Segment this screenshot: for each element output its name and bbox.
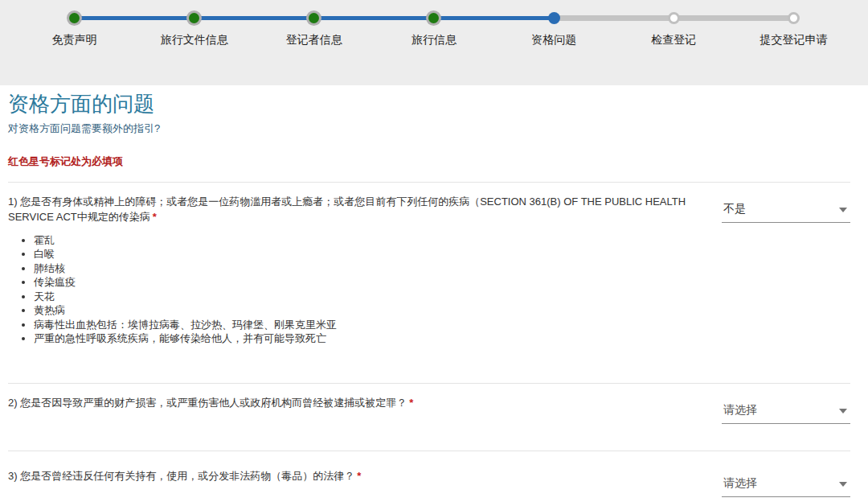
stepper-step-travel-document: 旅行文件信息 <box>134 11 254 47</box>
question-block-3: 3) 您是否曾经违反任何有关持有，使用，或分发非法药物（毒品）的法律？* 请选择 <box>8 451 850 497</box>
step-dot-complete-icon <box>309 13 319 23</box>
question-3-text: 3) 您是否曾经违反任何有关持有，使用，或分发非法药物（毒品）的法律？* <box>8 468 706 484</box>
question-1-select-value: 不是 <box>723 202 746 216</box>
stepper-step-eligibility: 资格问题 <box>494 11 614 47</box>
eligibility-form: 资格方面的问题 对资格方面问题需要额外的指引? 红色星号标记处为必填项 1) 您… <box>0 85 868 497</box>
list-item: 严重的急性呼吸系统疾病，能够传染给他人，并有可能导致死亡 <box>34 331 850 346</box>
chevron-down-icon <box>839 208 847 212</box>
eligibility-help-link[interactable]: 对资格方面问题需要额外的指引? <box>8 121 160 136</box>
step-label: 检查登记 <box>614 33 734 47</box>
list-item: 黄热病 <box>34 303 850 318</box>
progress-stepper: 免责声明 旅行文件信息 登记者信息 旅行信息 资格问题 检查登记 提交登记申请 <box>14 11 854 47</box>
stepper-step-travel-info: 旅行信息 <box>374 11 493 47</box>
chevron-down-icon <box>839 482 847 487</box>
step-dot-complete-icon <box>69 13 80 23</box>
list-item: 白喉 <box>34 247 850 261</box>
stepper-step-disclaimer: 免责声明 <box>14 11 134 47</box>
required-asterisk: * <box>153 211 157 223</box>
step-label: 旅行文件信息 <box>134 33 254 47</box>
question-block-1: 1) 您是否有身体或精神上的障碍；或者您是一位药物滥用者或上瘾者；或者您目前有下… <box>8 183 850 383</box>
step-dot-current-icon <box>548 12 560 24</box>
required-fields-note: 红色星号标记处为必填项 <box>8 154 850 169</box>
step-label: 提交登记申请 <box>734 33 854 47</box>
disease-list: 霍乱 白喉 肺结核 传染瘟疫 天花 黄热病 病毒性出血热包括：埃博拉病毒、拉沙热… <box>34 233 850 346</box>
list-item: 病毒性出血热包括：埃博拉病毒、拉沙热、玛律堡、刚果克里米亚 <box>34 318 850 332</box>
question-1-select[interactable]: 不是 <box>722 200 850 223</box>
chevron-down-icon <box>839 409 847 414</box>
list-item: 传染瘟疫 <box>34 275 850 290</box>
step-label: 旅行信息 <box>374 33 493 47</box>
question-2-select[interactable]: 请选择 <box>722 401 850 424</box>
step-dot-complete-icon <box>428 13 439 23</box>
question-1-text: 1) 您是否有身体或精神上的障碍；或者您是一位药物滥用者或上瘾者；或者您目前有下… <box>8 194 706 225</box>
list-item: 霍乱 <box>34 233 850 248</box>
wizard-header: 免责声明 旅行文件信息 登记者信息 旅行信息 资格问题 检查登记 提交登记申请 <box>0 0 868 85</box>
list-item: 肺结核 <box>34 261 850 276</box>
required-asterisk: * <box>409 397 413 409</box>
step-dot-complete-icon <box>189 13 199 23</box>
stepper-step-registrant-info: 登记者信息 <box>254 11 374 47</box>
stepper-step-submit: 提交登记申请 <box>734 11 854 47</box>
question-3-select[interactable]: 请选择 <box>722 475 850 497</box>
stepper-step-review: 检查登记 <box>614 11 734 47</box>
step-dot-future-icon <box>668 12 680 24</box>
step-dot-future-icon <box>788 12 800 24</box>
question-2-select-value: 请选择 <box>723 403 757 418</box>
step-label: 免责声明 <box>14 33 134 47</box>
question-3-select-value: 请选择 <box>723 476 757 491</box>
step-label: 登记者信息 <box>254 33 374 47</box>
page-title: 资格方面的问题 <box>8 91 850 117</box>
required-asterisk: * <box>357 470 361 482</box>
question-2-text: 2) 您是否因导致严重的财产损害，或严重伤害他人或政府机构而曾经被逮捕或被定罪？… <box>8 395 706 411</box>
question-block-2: 2) 您是否因导致严重的财产损害，或严重伤害他人或政府机构而曾经被逮捕或被定罪？… <box>8 384 850 451</box>
list-item: 天花 <box>34 290 850 304</box>
step-label: 资格问题 <box>494 33 614 47</box>
